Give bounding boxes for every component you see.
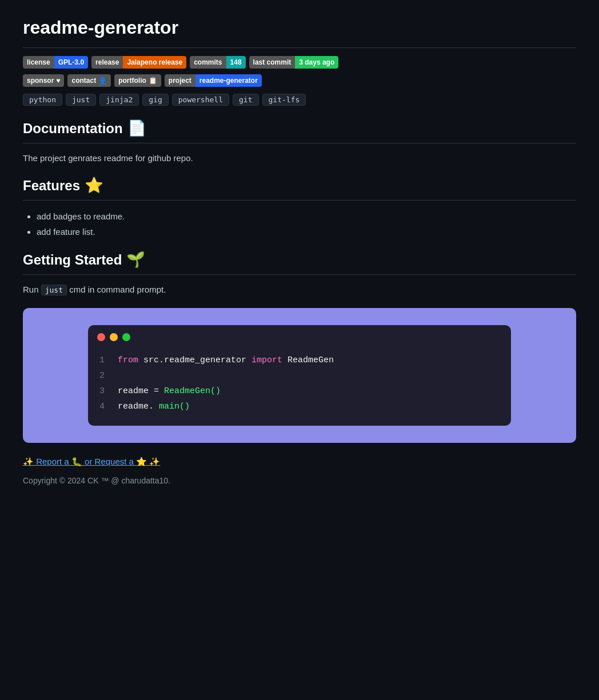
just-inline-code: just [41,285,67,295]
feature-item-1: add badges to readme. [37,209,576,224]
title-divider [23,47,576,48]
contact-badge[interactable]: contact 👤 [67,74,111,87]
getting-started-divider [23,274,576,275]
contact-person-icon: 👤 [98,77,107,85]
sponsor-badge[interactable]: sponsor ♥ [23,74,64,87]
project-badge-label: project [165,74,195,87]
getting-started-emoji: 🌱 [126,251,145,269]
code-text-3: readme = ReadmeGen() [118,383,221,399]
features-list: add badges to readme. add feature list. [23,209,576,239]
code-module-path: src.readme_generator [143,355,251,365]
code-line-1: 1 from src.readme_generator import Readm… [99,353,500,368]
tags-row: python just jinja2 gig powershell git gi… [23,94,576,106]
code-window: 1 from src.readme_generator import Readm… [88,325,511,426]
contact-badge-label: contact 👤 [67,74,111,87]
badges-row: license GPL-3.0 release Jalapeno release… [23,56,576,69]
documentation-heading: Documentation 📄 [23,119,576,137]
code-var-readme: readme [118,386,154,396]
project-badge-value: readme-generator [195,74,262,87]
sponsor-heart-icon: ♥ [56,77,60,85]
line-num-2: 2 [99,368,109,383]
kw-import: import [251,355,282,365]
getting-started-heading: Getting Started 🌱 [23,251,576,269]
commits-badge-label: commits [190,56,226,69]
code-content: 1 from src.readme_generator import Readm… [88,347,511,426]
documentation-heading-text: Documentation [23,121,123,137]
tag-just: just [66,94,96,106]
line-num-3: 3 [99,383,109,399]
code-text-2 [118,368,123,383]
lastcommit-badge-value: 3 days ago [295,56,338,69]
window-dot-green [122,333,130,341]
code-readme-dot: readme. [118,402,154,411]
tag-gig: gig [142,94,168,106]
window-dot-yellow [110,333,118,341]
code-window-titlebar [88,325,511,347]
getting-started-heading-text: Getting Started [23,252,122,268]
features-heading-text: Features [23,178,80,194]
lastcommit-badge: last commit 3 days ago [249,56,339,69]
code-line-2: 2 [99,368,500,383]
features-emoji: ⭐ [85,177,103,194]
features-body: add badges to readme. add feature list. [23,209,576,239]
code-class-name: ReadmeGen [287,355,334,365]
code-text-4: readme. main() [118,399,190,414]
tag-python: python [23,94,62,106]
code-line-4: 4 readme. main() [99,399,500,414]
code-block-wrapper: 1 from src.readme_generator import Readm… [23,308,576,443]
release-badge-label: release [91,56,123,69]
tag-git: git [233,94,258,106]
portfolio-badge-label: portfolio 📋 [114,74,161,87]
documentation-emoji: 📄 [127,119,146,137]
commits-badge-value: 148 [226,56,246,69]
code-main-call: main() [159,402,190,411]
line-num-1: 1 [99,353,109,368]
features-divider [23,200,576,201]
tag-jinja2: jinja2 [99,94,139,106]
kw-from: from [118,355,138,365]
lastcommit-badge-label: last commit [249,56,295,69]
footer-link-row: ✨ Report a 🐛 or Request a ⭐ ✨ [23,457,576,467]
portfolio-clipboard-icon: 📋 [149,77,157,85]
report-request-link[interactable]: ✨ Report a 🐛 or Request a ⭐ ✨ [23,457,160,466]
license-badge-value: GPL-3.0 [54,56,88,69]
getting-started-body: Run just cmd in command prompt. [23,283,576,297]
code-line-3: 3 readme = ReadmeGen() [99,383,500,399]
documentation-body: The project genrates readme for github r… [23,151,576,165]
portfolio-badge[interactable]: portfolio 📋 [114,74,161,87]
code-text-1: from src.readme_generator import ReadmeG… [118,353,334,368]
project-badge[interactable]: project readme-generator [165,74,262,87]
features-heading: Features ⭐ [23,177,576,194]
license-badge: license GPL-3.0 [23,56,88,69]
page-title: readme-generator [23,17,576,38]
documentation-body-text: The project genrates readme for github r… [23,153,193,163]
release-badge: release Jalapeno release [91,56,186,69]
release-badge-value: Jalapeno release [123,56,186,69]
window-dot-red [97,333,105,341]
link-badges-row: sponsor ♥ contact 👤 portfolio 📋 project … [23,74,576,87]
documentation-divider [23,143,576,143]
line-num-4: 4 [99,399,109,414]
commits-badge: commits 148 [190,56,245,69]
tag-git-lfs: git-lfs [262,94,306,106]
code-readmegen-call: ReadmeGen() [164,386,221,396]
code-equals: = [154,386,164,396]
feature-item-2: add feature list. [37,224,576,239]
footer-copyright: Copyright © 2024 CK ™ @ charudatta10. [23,476,576,485]
tag-powershell: powershell [172,94,229,106]
sponsor-badge-label: sponsor ♥ [23,74,64,87]
license-badge-label: license [23,56,54,69]
